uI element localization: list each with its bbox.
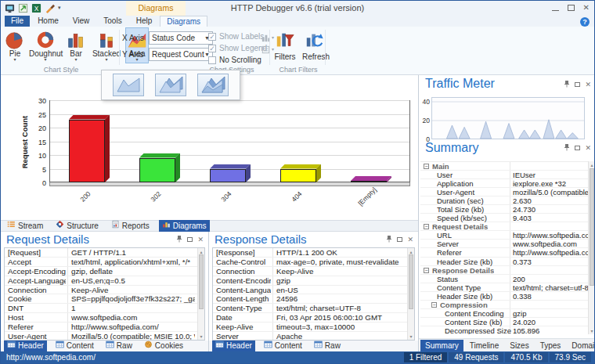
request-header-row[interactable]: Refererhttp://www.softpedia.com/ (5, 323, 204, 332)
bar-chart-button[interactable]: Bar▾ (64, 27, 88, 63)
scroll-up-icon[interactable]: ▴ (408, 249, 414, 254)
help-icon[interactable]: ? (580, 17, 590, 27)
maximize-panel-icon[interactable] (575, 82, 580, 87)
clear-icon[interactable] (45, 2, 55, 13)
response-header-row[interactable]: Cache-Controlmax-age=0, private, must-re… (213, 258, 414, 267)
response-tab-content[interactable]: Content (261, 341, 305, 351)
response-header-row[interactable]: ConnectionKeep-Alive (213, 267, 414, 276)
summary-tab-types[interactable]: Types (536, 340, 566, 351)
maximize-panel-icon[interactable] (397, 237, 402, 242)
summary-scrollbar[interactable]: ▴ ▾ (588, 161, 595, 334)
request-header-row[interactable]: Accept-Encodinggzip, deflate (5, 267, 204, 276)
summary-row[interactable]: Speed (kb/sec)9.403 (420, 214, 588, 222)
summary-row[interactable]: Content Typetext/html; charset=utf-8 (420, 283, 588, 292)
close-icon[interactable]: ✕ (583, 4, 590, 12)
summary-row[interactable]: Content Encodinggzip (420, 309, 588, 318)
request-tab-content[interactable]: Content (52, 341, 97, 351)
summary-row[interactable]: Refererhttp://www.softpedia.com/ (420, 248, 588, 257)
checkbox-box[interactable] (208, 56, 216, 64)
request-header-row[interactable]: Hostwww.softpedia.com (5, 313, 204, 323)
collapse-icon[interactable]: − (424, 268, 429, 273)
scroll-up-icon[interactable]: ▴ (589, 162, 595, 168)
summary-group-row[interactable]: −Compression (420, 301, 588, 309)
summary-row[interactable]: Status200 (420, 275, 588, 283)
maximize-panel-icon[interactable] (187, 237, 193, 242)
response-header-row[interactable]: Content-Typetext/html; charset=UTF-8 (213, 304, 414, 313)
response-header-row[interactable]: Keep-Alivetimeout=3, max=10000 (213, 323, 414, 332)
request-tab-header[interactable]: Header (4, 341, 47, 351)
checkbox-show-labels[interactable]: ✓Show Labels (208, 31, 267, 42)
area-3d-stacked-option[interactable] (197, 74, 229, 96)
close-panel-icon[interactable]: ✕ (197, 236, 204, 243)
pin-icon[interactable] (564, 144, 570, 151)
summary-group-row[interactable]: −Response Details (420, 266, 588, 275)
response-header-row[interactable]: Content-Length24596 (213, 294, 414, 304)
tab-file[interactable]: File (5, 16, 30, 27)
summary-row[interactable]: URLhttp://www.softpedia.com/ (420, 231, 588, 240)
view-tab-structure[interactable]: Structure (52, 220, 102, 232)
summary-group-row[interactable]: −Request Details (420, 222, 588, 231)
request-header-row[interactable]: ConnectionKeep-Alive (5, 286, 204, 295)
request-header-row[interactable]: DNT1 (5, 304, 204, 313)
minimize-icon[interactable] (552, 10, 559, 11)
summary-row[interactable]: Content Size (kb)24.020 (420, 318, 588, 326)
summary-row[interactable]: Serverwww.softpedia.com (420, 240, 588, 248)
request-header-scrollbar[interactable]: ▴▾ (197, 248, 204, 340)
response-header-row[interactable]: DateFri, 03 Apr 2015 06:00:10 GMT (213, 313, 414, 323)
filters-button[interactable]: Filters (272, 29, 298, 61)
doughnut-chart-button[interactable]: Doughnut▾ (27, 27, 63, 63)
summary-group-row[interactable]: −Main (420, 162, 588, 171)
checkbox-show-legend[interactable]: ✓Show Legend (208, 42, 267, 54)
summary-tab-domains[interactable]: Domains (567, 340, 595, 351)
y-axis-select[interactable]: Request Count▼ (149, 48, 213, 61)
export-image-icon[interactable] (18, 2, 28, 13)
summary-row[interactable]: Total Size (kb)24.730 (420, 205, 588, 214)
qat-caret-icon[interactable]: ▾ (58, 5, 61, 11)
scroll-down-icon[interactable]: ▾ (589, 328, 595, 333)
scrollbar-thumb[interactable] (199, 254, 204, 309)
view-tab-reports[interactable]: Reports (108, 220, 153, 232)
summary-row[interactable]: Decompressed Size (kb)105.896 (420, 326, 588, 334)
pie-chart-button[interactable]: Pie▾ (3, 27, 27, 63)
maximize-panel-icon[interactable] (575, 146, 580, 150)
close-panel-icon[interactable]: ✕ (585, 145, 591, 151)
response-header-row[interactable]: Content-Encodinggzip (213, 276, 414, 286)
response-tab-raw[interactable]: Raw (311, 341, 344, 351)
tab-view[interactable]: View (67, 16, 96, 27)
tab-home[interactable]: Home (31, 16, 65, 27)
scrollbar-thumb[interactable] (409, 254, 413, 309)
checkbox-box[interactable]: ✓ (208, 33, 216, 41)
summary-row[interactable]: UserIEUser (420, 171, 588, 179)
scroll-down-icon[interactable]: ▾ (408, 333, 414, 339)
request-tab-raw[interactable]: Raw (103, 341, 135, 351)
response-tab-header[interactable]: Header (212, 341, 255, 351)
summary-row[interactable]: Duration (sec)2.630 (420, 196, 588, 205)
summary-row[interactable]: Applicationiexplore.exe *32 (420, 179, 588, 188)
request-header-row[interactable]: Accept-Languageen-US,en;q=0.5 (5, 276, 204, 286)
tab-help[interactable]: Help (130, 16, 159, 27)
response-header-row[interactable]: ServerApache (213, 332, 414, 341)
tab-tools[interactable]: Tools (97, 16, 128, 27)
request-header-row[interactable]: [Request]GET / HTTP/1.1 (5, 248, 204, 258)
app-icon[interactable] (5, 2, 15, 13)
checkbox-box[interactable]: ✓ (208, 45, 216, 52)
scrollbar-thumb[interactable] (590, 168, 594, 286)
request-header-row[interactable]: User-AgentMozilla/5.0 (compatible; MSIE … (5, 332, 204, 341)
request-header-row[interactable]: CookieSPS=ppjlfqodjoljoff3e7fk32s227; _g… (5, 294, 204, 304)
x-axis-select[interactable]: Status Code▼ (149, 31, 213, 45)
collapse-icon[interactable]: − (424, 164, 429, 169)
summary-tab-timeline[interactable]: Timeline (465, 340, 503, 351)
pin-icon[interactable] (386, 236, 392, 243)
close-panel-icon[interactable]: ✕ (585, 81, 591, 88)
summary-row[interactable]: Header Size (kb)0.373 (420, 258, 588, 266)
response-header-row[interactable]: [Response]HTTP/1.1 200 OK (213, 248, 414, 258)
scroll-up-icon[interactable]: ▴ (198, 249, 204, 254)
pin-icon[interactable] (564, 81, 570, 88)
pin-icon[interactable] (176, 236, 182, 243)
excel-export-icon[interactable]: X (31, 2, 41, 13)
tab-diagrams[interactable]: Diagrams (160, 16, 207, 27)
collapse-icon[interactable]: − (424, 224, 429, 229)
response-header-scrollbar[interactable]: ▴▾ (407, 248, 414, 340)
summary-row[interactable]: Header Size (kb)0.338 (420, 292, 588, 301)
refresh-button[interactable]: Refresh (302, 29, 327, 61)
